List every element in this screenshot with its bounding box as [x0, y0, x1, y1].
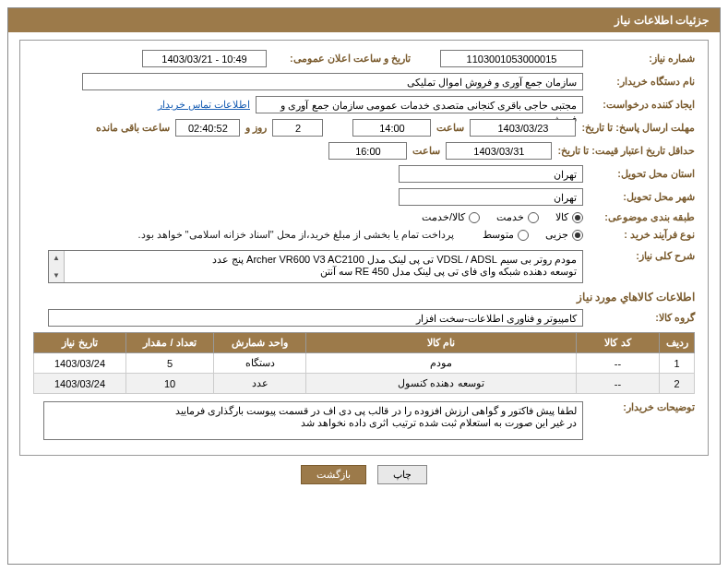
treasury-note: پرداخت تمام یا بخشی از مبلغ خرید،از محل … — [137, 229, 454, 241]
price-valid-date-field: 1403/03/31 — [446, 142, 552, 160]
label-price-validity: حداقل تاریخ اعتبار قیمت: تا تاریخ: — [557, 145, 695, 157]
summary-line-1: مودم روتر بی سیم VDSL / ADSL تی پی لینک … — [70, 254, 577, 266]
cell-code: -- — [577, 353, 660, 374]
back-button[interactable]: بازگشت — [301, 465, 366, 484]
th-row: رديف — [660, 333, 695, 353]
label-province: استان محل تحویل: — [589, 168, 695, 180]
main-panel: شماره نیاز: 1103001053000015 تاریخ و ساع… — [19, 40, 709, 456]
need-no-field: 1103001053000015 — [440, 50, 583, 67]
table-row: 1 -- مودم دستگاه 5 1403/03/24 — [34, 353, 695, 374]
city-field: تهران — [399, 188, 583, 206]
buyer-notes-line-1: لطفا پیش فاکتور و گواهی ارزش افزوده را د… — [50, 405, 577, 417]
radio-goods-service-label: کالا/خدمت — [422, 211, 465, 223]
print-button[interactable]: چاپ — [377, 465, 427, 484]
label-requester: ایجاد کننده درخواست: — [589, 99, 695, 111]
th-date: تاريخ نياز — [34, 333, 126, 353]
cell-date: 1403/03/24 — [34, 353, 126, 374]
label-goods-group: گروه کالا: — [589, 312, 695, 324]
cell-name: توسعه دهنده کنسول — [306, 374, 577, 394]
response-hour-field: 14:00 — [352, 119, 431, 137]
page-title: جزئیات اطلاعات نیاز — [8, 8, 720, 32]
radio-partial[interactable]: جزیی — [545, 229, 583, 241]
radio-icon — [528, 212, 539, 223]
label-remaining: ساعت باقی مانده — [96, 122, 170, 134]
table-row: 2 -- توسعه دهنده کنسول عدد 10 1403/03/24 — [34, 374, 695, 394]
goods-group-field: کامپیوتر و فناوری اطلاعات-سخت افزار — [48, 309, 583, 327]
label-purchase-type: نوع فرآیند خرید : — [589, 229, 695, 241]
buyer-notes-textarea[interactable]: لطفا پیش فاکتور و گواهی ارزش افزوده را د… — [43, 401, 583, 440]
cell-qty: 5 — [126, 353, 214, 374]
summary-textarea[interactable]: مودم روتر بی سیم VDSL / ADSL تی پی لینک … — [48, 250, 583, 283]
cell-code: -- — [577, 374, 660, 394]
scrollbar[interactable]: ▲ ▼ — [49, 251, 65, 282]
label-announce-dt: تاریخ و ساعت اعلان عمومی: — [272, 53, 411, 65]
label-buyer-notes: توضیحات خریدار: — [589, 401, 695, 413]
radio-icon — [518, 230, 529, 241]
requester-field: مجتبی حاجی باقری کنجانی متصدی خدمات عموم… — [256, 96, 583, 113]
radio-medium-label: متوسط — [483, 229, 514, 241]
radio-icon — [469, 212, 480, 223]
scroll-down-icon[interactable]: ▼ — [50, 268, 64, 282]
cell-n: 2 — [660, 374, 695, 394]
cell-name: مودم — [306, 353, 577, 374]
buyer-org-field: سازمان جمع آوری و فروش اموال تملیکی — [82, 73, 583, 90]
scroll-up-icon[interactable]: ▲ — [50, 251, 64, 265]
label-response-deadline: مهلت ارسال پاسخ: تا تاریخ: — [581, 122, 695, 134]
radio-service[interactable]: خدمت — [496, 211, 539, 223]
radio-medium[interactable]: متوسط — [483, 229, 529, 241]
th-unit: واحد شمارش — [214, 333, 306, 353]
label-buyer-org: نام دستگاه خریدار: — [589, 76, 695, 88]
response-date-field: 1403/03/23 — [470, 119, 576, 137]
th-qty: تعداد / مقدار — [126, 333, 214, 353]
cell-unit: دستگاه — [214, 353, 306, 374]
label-city: شهر محل تحویل: — [589, 191, 695, 203]
items-section-head: اطلاعات کالاهاي مورد نياز — [33, 291, 695, 304]
label-hour-1: ساعت — [436, 122, 464, 134]
label-hour-2: ساعت — [412, 145, 440, 157]
th-code: کد کالا — [577, 333, 660, 353]
cell-unit: عدد — [214, 374, 306, 394]
label-need-no: شماره نیاز: — [589, 53, 695, 65]
remain-days-field: 2 — [272, 119, 323, 137]
items-table: رديف کد کالا نام کالا واحد شمارش تعداد /… — [33, 332, 695, 394]
remain-clock-field: 02:40:52 — [175, 119, 240, 137]
label-summary: شرح کلی نیاز: — [589, 250, 695, 262]
radio-goods-label: کالا — [555, 211, 568, 223]
buyer-notes-line-2: در غیر این صورت به استعلام ثبت شده ترتیب… — [50, 417, 577, 429]
cell-date: 1403/03/24 — [34, 374, 126, 394]
radio-icon — [572, 230, 583, 241]
announce-dt-field: 1403/03/21 - 10:49 — [142, 50, 267, 67]
radio-service-label: خدمت — [496, 211, 524, 223]
buyer-contact-link[interactable]: اطلاعات تماس خریدار — [158, 99, 250, 111]
label-subject-class: طبقه بندی موضوعی: — [589, 211, 695, 223]
radio-goods[interactable]: کالا — [555, 211, 583, 223]
radio-goods-service[interactable]: کالا/خدمت — [422, 211, 480, 223]
th-name: نام کالا — [306, 333, 577, 353]
summary-line-2: توسعه دهنده شبکه وای فای تی پی لینک مدل … — [70, 266, 577, 278]
cell-qty: 10 — [126, 374, 214, 394]
price-valid-hour-field: 16:00 — [328, 142, 407, 160]
label-day-and: روز و — [245, 122, 267, 134]
radio-icon — [572, 212, 583, 223]
cell-n: 1 — [660, 353, 695, 374]
radio-partial-label: جزیی — [545, 229, 568, 241]
province-field: تهران — [399, 165, 583, 183]
